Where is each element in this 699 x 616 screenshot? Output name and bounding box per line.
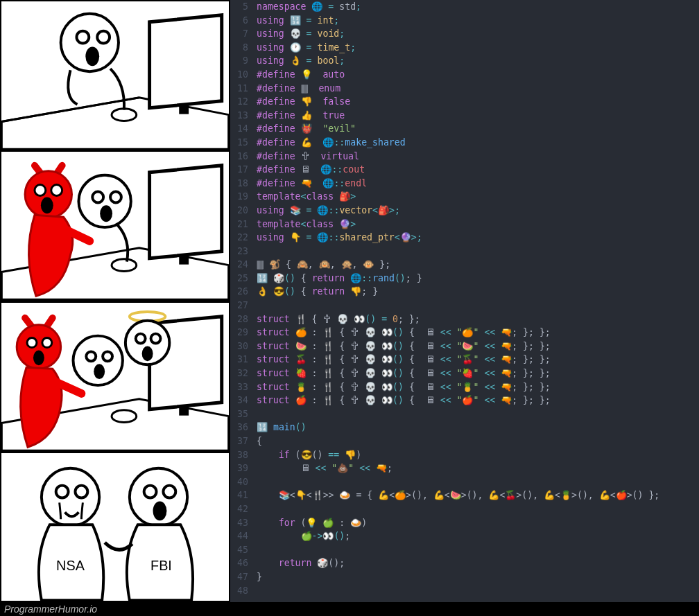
code-line[interactable]: using 💀 = void; [257,27,699,41]
code-line[interactable]: #define 🖥 🌐::cout [257,163,699,177]
line-number: 18 [233,177,248,191]
code-line[interactable]: 📚<👇<🍴>> 🍛 = { 💪<🍊>(), 💪<🍉>(), 💪<🍒>(), 💪<… [257,489,699,502]
code-line[interactable]: #define 💡 auto [257,68,699,82]
line-number: 22 [233,231,248,245]
svg-point-10 [51,185,62,196]
comic-strip: NSA FBI [0,0,230,602]
code-line[interactable]: 👌 😎() { return 👎; } [257,285,699,299]
line-number: 14 [233,122,248,136]
code-line[interactable]: using 👌 = bool; [257,54,699,68]
code-line[interactable]: struct 🍊 : 🍴 { 🕆 💀 👀() { 🖥 << "🍊" << 🔫; … [257,326,699,340]
svg-point-20 [42,337,52,347]
svg-point-9 [35,185,46,196]
code-line[interactable] [257,475,699,489]
line-number: 46 [233,556,248,570]
line-number: 31 [233,353,248,367]
code-line[interactable]: return 🎲(); [257,556,699,570]
code-line[interactable]: #define 👹 "evil" [257,122,699,136]
svg-point-1 [112,109,137,121]
fbi-label: FBI [150,557,172,572]
comic-panel-4: NSA FBI [0,452,230,602]
code-line[interactable] [257,543,699,557]
svg-point-21 [33,350,44,365]
svg-point-5 [85,46,99,66]
svg-point-19 [27,337,37,347]
comic-art-3 [1,303,229,450]
line-number: 5 [233,0,248,14]
code-line[interactable]: 🍏->👀(); [257,529,699,543]
line-number: 25 [233,272,248,285]
code-line[interactable] [257,502,699,516]
line-number: 42 [233,502,248,516]
line-number: 21 [233,218,248,231]
line-number: 16 [233,150,248,164]
line-number: 23 [233,245,248,258]
code-line[interactable]: { [257,434,699,448]
code-line[interactable]: #define 🀫 enum [257,82,699,96]
line-number: 32 [233,367,248,380]
code-line[interactable]: struct 🍍 : 🍴 { 🕆 💀 👀() { 🖥 << "🍍" << 🔫; … [257,380,699,394]
line-number: 26 [233,285,248,299]
line-number: 20 [233,204,248,218]
line-number: 44 [233,529,248,543]
code-line[interactable]: #define 🕆 virtual [257,150,699,164]
comic-art-4: NSA FBI [1,453,229,601]
line-number: 12 [233,95,248,109]
line-number: 47 [233,570,248,584]
comic-art-1 [1,1,229,149]
code-line[interactable]: #define 💪 🌐::make_shared [257,136,699,150]
code-line[interactable]: template<class 🔮> [257,218,699,231]
line-number: 48 [233,584,248,598]
code-line[interactable] [257,584,699,598]
code-line[interactable]: struct 🍴 { 🕆 💀 👀() = 0; }; [257,313,699,326]
svg-point-37 [153,501,167,520]
line-number: 13 [233,109,248,123]
code-line[interactable]: using 📚 = 🌐::vector<🎒>; [257,204,699,218]
code-editor[interactable]: 5678910111213141516171819202122232425262… [230,0,699,602]
code-line[interactable]: if (😎() == 👎) [257,448,699,462]
code-line[interactable]: template<class 🎒> [257,190,699,204]
code-line[interactable]: 🔢 main() [257,421,699,434]
svg-rect-0 [179,105,189,114]
watermark: ProgrammerHumor.io [0,602,699,616]
code-line[interactable]: #define 👎 false [257,95,699,109]
line-number: 19 [233,190,248,204]
nsa-label: NSA [56,557,85,572]
line-number: 9 [233,54,248,68]
code-line[interactable]: #define 👍 true [257,109,699,123]
line-number: 38 [233,448,248,462]
line-number-gutter: 5678910111213141516171819202122232425262… [230,0,254,602]
code-line[interactable]: #define 🔫 🌐::endl [257,177,699,191]
line-number: 39 [233,461,248,475]
code-line[interactable]: } [257,570,699,584]
code-line[interactable]: namespace 🌐 = std; [257,0,699,14]
code-line[interactable] [257,245,699,258]
code-line[interactable]: using 👇 = 🌐::shared_ptr<🔮>; [257,231,699,245]
code-line[interactable] [257,407,699,421]
line-number: 29 [233,326,248,340]
code-line[interactable]: 🀫 🐒 { 🙈, 🙉, 🙊, 🐵 }; [257,258,699,272]
comic-art-2 [1,152,229,299]
code-line[interactable] [257,299,699,313]
code-line[interactable]: struct 🍉 : 🍴 { 🕆 💀 👀() { 🖥 << "🍉" << 🔫; … [257,340,699,353]
line-number: 33 [233,380,248,394]
code-line[interactable]: struct 🍓 : 🍴 { 🕆 💀 👀() { 🖥 << "🍓" << 🔫; … [257,367,699,380]
code-line[interactable]: struct 🍎 : 🍴 { 🕆 💀 👀() { 🖥 << "🍎" << 🔫; … [257,394,699,407]
code-line[interactable]: using 🕐 = time_t; [257,41,699,55]
line-number: 28 [233,313,248,326]
code-line[interactable]: 🖥 << "💩" << 🔫; [257,461,699,475]
comic-panel-3 [0,301,230,452]
svg-point-17 [112,410,137,422]
line-number: 30 [233,340,248,353]
line-number: 10 [233,68,248,82]
code-line[interactable]: 🔢 🎲() { return 🌐::rand(); } [257,272,699,285]
line-number: 8 [233,41,248,55]
line-number: 24 [233,258,248,272]
code-line[interactable]: for (💡 🍏 : 🍛) [257,516,699,530]
line-number: 35 [233,407,248,421]
line-number: 45 [233,543,248,557]
code-line[interactable]: struct 🍒 : 🍴 { 🕆 💀 👀() { 🖥 << "🍒" << 🔫; … [257,353,699,367]
code-line[interactable]: using 🔢 = int; [257,14,699,28]
code-area[interactable]: namespace 🌐 = std;using 🔢 = int;using 💀 … [254,0,699,602]
svg-point-11 [41,197,53,214]
